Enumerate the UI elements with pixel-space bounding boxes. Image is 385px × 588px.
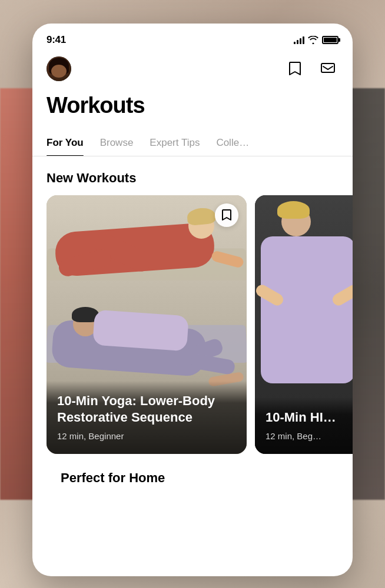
signal-icon	[294, 36, 304, 44]
tabs: For You Browse Expert Tips Colle…	[32, 130, 353, 156]
card-overlay-hiit: 10-Min HI… 12 min, Beg…	[255, 397, 353, 454]
card-bookmark-yoga[interactable]	[215, 203, 238, 227]
card-title-yoga: 10-Min Yoga: Lower-Body Restorative Sequ…	[57, 393, 236, 426]
status-bar: 9:41	[32, 24, 353, 52]
message-icon	[321, 63, 335, 75]
bookmark-button[interactable]	[284, 58, 306, 79]
svg-rect-0	[321, 64, 334, 72]
tab-expert-tips[interactable]: Expert Tips	[150, 130, 200, 156]
card-meta-hiit: 12 min, Beg…	[265, 431, 353, 441]
bookmark-icon	[288, 61, 301, 76]
bookmark-icon-card	[222, 209, 231, 221]
avatar[interactable]	[47, 56, 71, 81]
messages-button[interactable]	[317, 58, 338, 79]
workout-card-yoga[interactable]: 10-Min Yoga: Lower-Body Restorative Sequ…	[47, 195, 247, 454]
battery-icon	[322, 36, 338, 44]
wifi-icon	[308, 36, 318, 44]
perfect-for-home-title: Perfect for Home	[47, 470, 338, 495]
tab-collections[interactable]: Colle…	[216, 130, 249, 156]
workouts-scroll[interactable]: 10-Min Yoga: Lower-Body Restorative Sequ…	[32, 195, 353, 454]
status-time: 9:41	[47, 34, 66, 46]
card-title-hiit: 10-Min HI…	[265, 409, 353, 426]
card-overlay-yoga: 10-Min Yoga: Lower-Body Restorative Sequ…	[47, 381, 247, 454]
header-icons	[284, 58, 338, 79]
tab-for-you[interactable]: For You	[47, 130, 84, 156]
content-area: New Workouts	[32, 156, 353, 569]
tab-browse[interactable]: Browse	[100, 130, 134, 156]
perfect-for-home-section: Perfect for Home	[32, 454, 353, 495]
card-meta-yoga: 12 min, Beginner	[57, 431, 236, 441]
main-card: 9:41	[32, 24, 353, 576]
workout-card-hiit[interactable]: 10-Min HI… 12 min, Beg…	[255, 195, 353, 454]
header	[32, 52, 353, 91]
status-icons	[294, 36, 338, 44]
new-workouts-title: New Workouts	[32, 171, 353, 195]
page-title: Workouts	[32, 91, 353, 130]
new-workouts-section: New Workouts	[32, 171, 353, 454]
